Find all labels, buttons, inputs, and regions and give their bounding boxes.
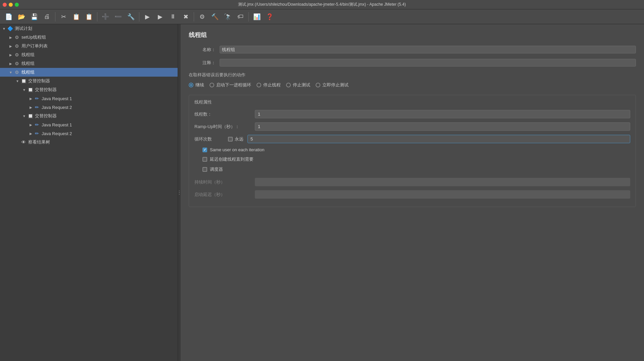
separator-1 — [55, 12, 55, 22]
arrow-icon: ▶ — [28, 96, 34, 101]
test-plan-icon: 🔷 — [7, 25, 13, 32]
drag-dot — [179, 192, 180, 193]
sidebar-item-user-order[interactable]: ▶ ⚙ 用户订单列表 — [0, 42, 178, 50]
new-button[interactable]: 📄 — [3, 11, 15, 23]
radio-btn-continue[interactable] — [189, 83, 193, 87]
sidebar-item-java-req-1a[interactable]: ▶ ✏ Java Request 1 — [0, 94, 178, 103]
pen-icon: ✏ — [34, 104, 40, 111]
maximize-button[interactable] — [15, 3, 19, 7]
sidebar-item-result-tree[interactable]: 👁 察看结果树 — [0, 138, 178, 147]
resize-handle[interactable] — [178, 24, 181, 361]
arrow-icon: ▶ — [8, 61, 13, 66]
same-user-label: Same user on each iteration — [210, 147, 265, 152]
thread-count-row: 线程数： — [194, 110, 630, 118]
loop-count-input[interactable] — [247, 135, 630, 143]
scheduler-checkbox[interactable] — [202, 167, 207, 172]
cut-button[interactable]: ✂ — [57, 11, 70, 23]
gear-icon: ⚙ — [13, 60, 20, 67]
sidebar-item-thread-group-3[interactable]: ▼ ⚙ 线程组 — [0, 68, 178, 77]
clear-button[interactable]: 🏷 — [234, 11, 246, 23]
sidebar-item-switch-ctrl-2[interactable]: ▼ 🔲 交替控制器 — [0, 85, 178, 94]
radio-continue[interactable]: 继续 — [189, 82, 204, 88]
delay-create-checkbox[interactable] — [202, 157, 207, 162]
sidebar-item-thread-group-2[interactable]: ▶ ⚙ 线程组 — [0, 59, 178, 68]
sidebar-item-label: 线程组 — [21, 61, 35, 67]
arrow-icon: ▼ — [1, 26, 7, 31]
radio-stop-now[interactable]: 立即停止测试 — [316, 82, 349, 88]
switch-icon: 🔲 — [27, 86, 34, 93]
copy-button[interactable]: 📋 — [70, 11, 82, 23]
content-panel: 线程组 名称： 注释： 在取样器错误后要执行的动作 继续 启动下一进程循环 — [181, 24, 644, 361]
window-title: 测试.jmx (/Users/shileizhou/Downloads/apac… — [238, 2, 406, 7]
sidebar-item-label: 察看结果树 — [28, 139, 50, 145]
sidebar-item-java-req-1b[interactable]: ▶ ✏ Java Request 1 — [0, 120, 178, 129]
sidebar-item-switch-ctrl-3[interactable]: ▼ 🔲 交替控制器 — [0, 112, 178, 120]
separator-4 — [194, 12, 194, 22]
template-button[interactable]: ⚙ — [196, 11, 208, 23]
function-button[interactable]: 🔨 — [209, 11, 221, 23]
ramp-up-input[interactable] — [255, 122, 630, 131]
ramp-up-row: Ramp-Up时间（秒）： — [194, 122, 630, 131]
thread-count-input[interactable] — [255, 110, 630, 118]
arrow-icon: ▼ — [21, 113, 27, 119]
pen-icon: ✏ — [34, 95, 40, 102]
paste-button[interactable]: 📋 — [83, 11, 95, 23]
forever-label: 永远 — [235, 136, 243, 142]
expand-button[interactable]: ➕ — [99, 11, 111, 23]
radio-next-loop[interactable]: 启动下一进程循环 — [210, 82, 251, 88]
main-layout: ▼ 🔷 测试计划 ▶ ⚙ setUp线程组 ▶ ⚙ 用户订单列表 ▶ ⚙ 线程组… — [0, 24, 644, 361]
collapse-button[interactable]: ➖ — [112, 11, 124, 23]
duration-input[interactable] — [255, 178, 630, 186]
tree-sidebar: ▼ 🔷 测试计划 ▶ ⚙ setUp线程组 ▶ ⚙ 用户订单列表 ▶ ⚙ 线程组… — [0, 24, 178, 361]
pause-button[interactable]: ⏸ — [167, 11, 179, 23]
duration-row: 持续时间（秒） — [194, 178, 630, 186]
switch-icon: 🔲 — [27, 113, 34, 119]
radio-btn-next-loop[interactable] — [210, 83, 214, 87]
drag-dot — [179, 194, 180, 195]
sidebar-item-test-plan[interactable]: ▼ 🔷 测试计划 — [0, 24, 178, 33]
sidebar-item-thread-group-1[interactable]: ▶ ⚙ 线程组 — [0, 50, 178, 59]
refresh-button[interactable]: 🔧 — [125, 11, 137, 23]
print-button[interactable]: 🖨 — [41, 11, 53, 23]
scheduler-row: 调度器 — [194, 166, 630, 172]
stop-button[interactable]: ✖ — [180, 11, 192, 23]
radio-stop-thread[interactable]: 停止线程 — [257, 82, 281, 88]
report-button[interactable]: 📊 — [251, 11, 263, 23]
run-no-pause-button[interactable]: ▶ — [154, 11, 166, 23]
sidebar-item-label: Java Request 2 — [42, 131, 72, 136]
forever-checkbox[interactable] — [228, 137, 233, 142]
gear-icon: ⚙ — [13, 43, 20, 49]
name-label: 名称： — [189, 47, 216, 53]
arrow-icon: ▶ — [8, 35, 13, 40]
radio-btn-stop-test[interactable] — [286, 83, 291, 87]
delay-create-row: 延迟创建线程直到需要 — [194, 156, 630, 162]
radio-btn-stop-now[interactable] — [316, 83, 320, 87]
gear-icon: ⚙ — [13, 51, 20, 58]
run-button[interactable]: ▶ — [141, 11, 153, 23]
minimize-button[interactable] — [9, 3, 13, 7]
panel-title: 线程组 — [189, 31, 636, 39]
search-button[interactable]: 🔭 — [222, 11, 234, 23]
open-button[interactable]: 📂 — [15, 11, 28, 23]
separator-5 — [248, 12, 249, 22]
radio-label-stop-now: 立即停止测试 — [322, 82, 349, 88]
loop-count-row: 循环次数 永远 — [194, 135, 630, 143]
sidebar-item-switch-ctrl-1[interactable]: ▼ 🔲 交替控制器 — [0, 77, 178, 85]
same-user-checkbox[interactable] — [202, 148, 207, 152]
sidebar-item-java-req-2b[interactable]: ▶ ✏ Java Request 2 — [0, 129, 178, 138]
sidebar-item-java-req-2a[interactable]: ▶ ✏ Java Request 2 — [0, 103, 178, 112]
startup-delay-input[interactable] — [255, 190, 630, 199]
radio-btn-stop-thread[interactable] — [257, 83, 261, 87]
close-button[interactable] — [3, 3, 7, 7]
sidebar-item-setup-group[interactable]: ▶ ⚙ setUp线程组 — [0, 33, 178, 42]
arrow-icon: ▼ — [15, 78, 20, 84]
help-button[interactable]: ❓ — [264, 11, 276, 23]
sidebar-item-label: setUp线程组 — [21, 34, 46, 40]
radio-stop-test[interactable]: 停止测试 — [286, 82, 310, 88]
comment-input[interactable] — [220, 59, 636, 67]
save-button[interactable]: 💾 — [28, 11, 40, 23]
separator-3 — [139, 12, 139, 22]
forever-checkbox-group[interactable]: 永远 — [228, 136, 243, 142]
name-input[interactable] — [220, 46, 636, 53]
sidebar-item-label: Java Request 1 — [42, 122, 72, 127]
